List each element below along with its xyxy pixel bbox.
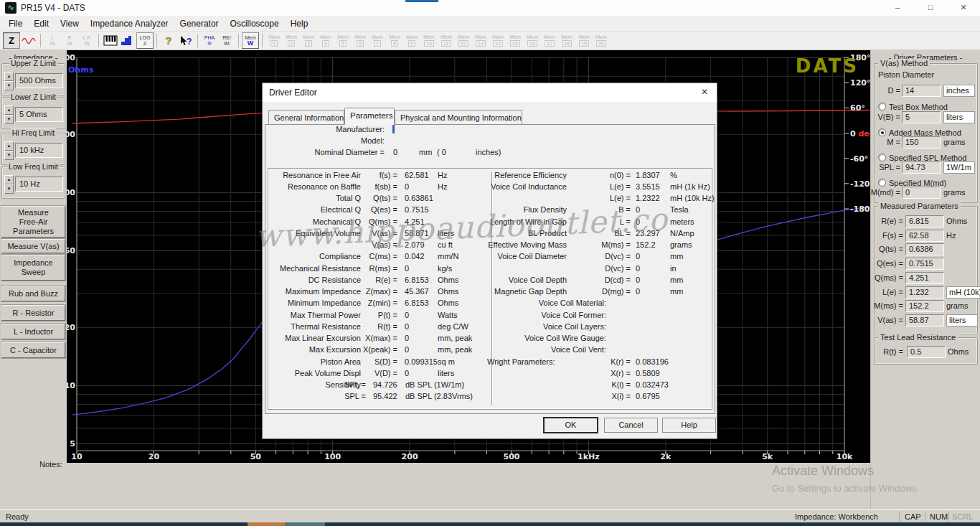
field-input[interactable]: 0.5 <box>907 346 946 358</box>
spinner-control[interactable]: ▲▼ <box>4 141 14 160</box>
field-input[interactable]: 14 <box>902 85 941 97</box>
measure-vas-button[interactable]: Measure V(as) <box>1 239 65 253</box>
limit-value-field[interactable]: 500 Ohms <box>15 73 63 88</box>
sine-generator-button[interactable] <box>20 32 37 49</box>
rub-and-buzz-button[interactable]: Rub and Buzz <box>1 286 65 301</box>
taskbar-app-orange[interactable] <box>248 522 285 526</box>
field-input[interactable]: 4.251 <box>905 272 944 284</box>
lr-input-button[interactable]: L RIN <box>78 32 95 49</box>
help-button[interactable]: ? <box>160 32 177 49</box>
spinner-down-icon[interactable]: ▼ <box>4 151 14 160</box>
field-input[interactable]: 1.232 <box>905 286 944 299</box>
mem-slot-11-button[interactable]: Mem11 <box>438 32 455 49</box>
param-value[interactable]: 1.8307 <box>636 171 660 179</box>
field-input[interactable]: 58.87 <box>905 314 944 327</box>
mem-slot-16-button[interactable]: Mem16 <box>524 32 541 49</box>
mem-slot-18-button[interactable]: Mem18 <box>558 32 575 49</box>
context-help-button[interactable]: ? <box>177 32 194 49</box>
mem-slot-8-button[interactable]: Mem8 <box>386 32 403 49</box>
radio-icon[interactable] <box>878 103 886 111</box>
mem-slot-13-button[interactable]: Mem13 <box>472 32 489 49</box>
field-input[interactable]: 0.7515 <box>905 258 944 270</box>
radio-icon[interactable] <box>878 154 886 161</box>
dialog-close-icon[interactable]: ✕ <box>692 83 717 102</box>
mem-slot-6-button[interactable]: Mem6 <box>352 32 369 49</box>
memory-write-button[interactable]: MemW <box>242 32 259 49</box>
param-value[interactable]: 0 <box>636 276 640 284</box>
menu-generator[interactable]: Generator <box>174 17 225 31</box>
limit-value-field[interactable]: 10 Hz <box>15 177 63 192</box>
help-button[interactable]: Help <box>662 418 716 433</box>
field-input[interactable]: 0.6386 <box>905 243 944 255</box>
r-resistor-button[interactable]: R - Resistor <box>1 305 65 321</box>
menu-edit[interactable]: Edit <box>28 17 55 31</box>
phase-button[interactable]: PHAΦ <box>201 32 218 49</box>
limit-value-field[interactable]: 10 kHz <box>15 143 63 158</box>
param-value[interactable]: 0.5809 <box>636 369 660 377</box>
spinner-up-icon[interactable]: ▲ <box>4 72 14 81</box>
menu-oscilloscope[interactable]: Oscilloscope <box>225 17 285 31</box>
mem-slot-4-button[interactable]: Mem4 <box>317 32 334 49</box>
spectrum-button[interactable] <box>119 32 136 49</box>
left-input-button[interactable]: LIN <box>44 32 61 49</box>
field-input[interactable]: 94.73 <box>902 161 941 174</box>
radio-icon[interactable] <box>878 179 886 187</box>
param-value[interactable]: 0.6795 <box>636 392 660 400</box>
signal-keyboard-button[interactable] <box>102 32 119 49</box>
param-value[interactable]: 0.083196 <box>636 357 669 366</box>
param-value[interactable]: 152.2 <box>636 240 656 249</box>
spinner-up-icon[interactable]: ▲ <box>4 141 14 151</box>
mem-slot-17-button[interactable]: Mem17 <box>541 32 558 49</box>
nominal-diameter-mm-value[interactable]: 0 <box>393 148 397 156</box>
mem-slot-15-button[interactable]: Mem15 <box>507 32 524 49</box>
mem-slot-9-button[interactable]: Mem9 <box>403 32 420 49</box>
param-value[interactable]: 0 <box>636 205 640 214</box>
mem-slot-14-button[interactable]: Mem14 <box>489 32 507 49</box>
mem-slot-5-button[interactable]: Mem5 <box>334 32 352 49</box>
l-inductor-button[interactable]: L - Inductor <box>1 324 65 339</box>
field-input[interactable]: 152.2 <box>905 300 944 312</box>
minimize-button[interactable]: – <box>881 0 914 16</box>
text-caret[interactable] <box>392 124 395 133</box>
mem-slot-1-button[interactable]: Mem1 <box>265 32 283 49</box>
mem-slot-12-button[interactable]: Mem12 <box>455 32 472 49</box>
spinner-control[interactable]: ▲▼ <box>4 175 14 194</box>
param-value[interactable]: 0 <box>636 264 640 273</box>
mem-slot-7-button[interactable]: Mem7 <box>369 32 386 49</box>
spinner-down-icon[interactable]: ▼ <box>4 115 14 124</box>
impedance-magnitude-button[interactable]: Z <box>3 32 20 49</box>
tab-general-information[interactable]: General Information <box>268 110 344 125</box>
field-input[interactable]: 0 <box>902 187 941 199</box>
param-value[interactable]: 0 <box>636 287 640 296</box>
param-value[interactable]: 3.5515 <box>636 182 660 191</box>
field-input[interactable]: 6.815 <box>905 215 944 227</box>
spinner-control[interactable]: ▲▼ <box>4 72 14 90</box>
radio-icon[interactable] <box>878 128 886 136</box>
field-input[interactable]: 5 <box>902 111 941 123</box>
right-input-button[interactable]: RIN <box>61 32 78 49</box>
mem-slot-19-button[interactable]: Mem19 <box>575 32 593 49</box>
spinner-down-icon[interactable]: ▼ <box>4 184 14 194</box>
radio-test-box-method[interactable]: Test Box Method <box>878 102 948 111</box>
dialog-title-bar[interactable]: Driver Editor ✕ <box>263 83 717 102</box>
param-value[interactable]: 1.2322 <box>636 194 660 202</box>
close-button[interactable]: ✕ <box>947 0 980 16</box>
measure-free-air-button[interactable]: MeasureFree-AirParameters <box>1 206 65 238</box>
menu-help[interactable]: Help <box>285 17 314 31</box>
tab-parameters[interactable]: Parameters <box>344 108 395 125</box>
menu-impedance-analyzer[interactable]: Impedance Analyzer <box>85 17 174 31</box>
param-value[interactable]: 23.297 <box>636 229 660 238</box>
ok-button[interactable]: OK <box>544 418 598 433</box>
re-im-button[interactable]: RE/IM <box>218 32 235 49</box>
log-z-button[interactable]: LOGZ <box>136 32 154 49</box>
mem-slot-10-button[interactable]: Mem10 <box>420 32 438 49</box>
spinner-down-icon[interactable]: ▼ <box>4 81 14 90</box>
param-value[interactable]: 0.032473 <box>636 380 669 389</box>
impedance-sweep-button[interactable]: ImpedanceSweep <box>1 255 65 281</box>
menu-view[interactable]: View <box>55 17 85 31</box>
taskbar-edge[interactable] <box>0 522 980 526</box>
taskbar-app-teal[interactable] <box>285 522 325 526</box>
param-value[interactable]: 0 <box>636 217 640 226</box>
spinner-up-icon[interactable]: ▲ <box>4 175 14 184</box>
menu-file[interactable]: File <box>3 17 28 31</box>
